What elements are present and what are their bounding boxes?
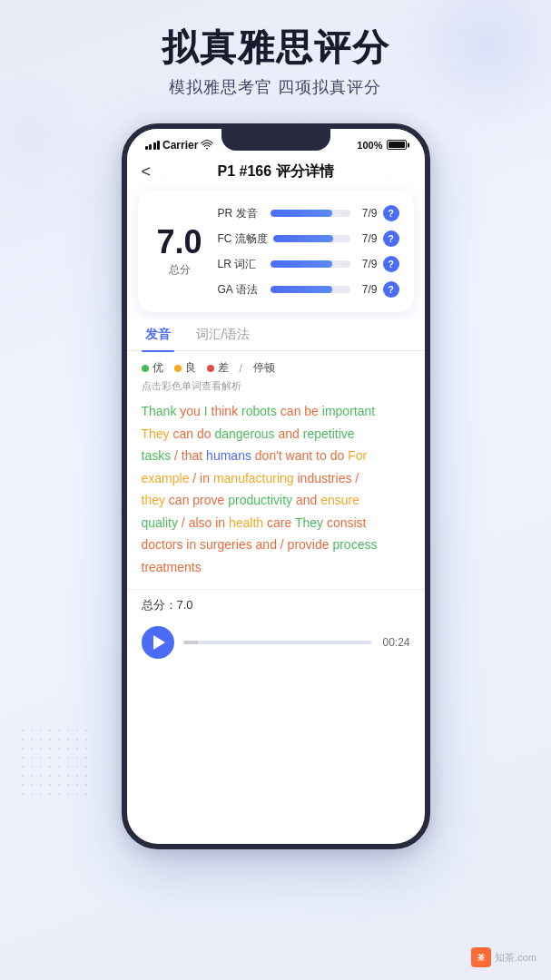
score-bar-lr (271, 260, 333, 268)
content-area: 优 良 差 / 停顿 点击彩色单词查看解析 Thank you I (127, 351, 425, 589)
word-manufacturing[interactable]: manufacturing (213, 471, 294, 485)
bottom-total-bar: 总分：7.0 (127, 589, 425, 619)
help-btn-pr[interactable]: ? (383, 205, 399, 221)
word-doctors[interactable]: doctors in surgeries (142, 537, 252, 552)
word-tasks[interactable]: tasks (142, 448, 172, 463)
status-right: 100% (357, 140, 406, 151)
hint-text: 点击彩色单词查看解析 (142, 379, 410, 393)
audio-progress (183, 641, 199, 644)
score-item-pr: PR 发音 7/9 ? (218, 205, 399, 221)
legend-separator: / (240, 362, 242, 375)
word-dangerous[interactable]: dangerous (214, 426, 274, 441)
score-item-ga: GA 语法 7/9 ? (218, 281, 399, 298)
main-title: 拟真雅思评分 (0, 25, 551, 69)
word-thank[interactable]: Thank (142, 404, 177, 418)
help-btn-ga[interactable]: ? (383, 281, 399, 298)
score-val-pr: 7/9 (356, 207, 378, 220)
score-label-ga: GA 语法 (218, 282, 265, 298)
word-treatments[interactable]: treatments (142, 560, 202, 574)
phone-mockup-wrap: Carrier 9:41 AM 100% < P1 #166 评分详情 (0, 123, 551, 849)
word-think[interactable]: think (212, 404, 241, 418)
score-bar-wrap-pr (271, 210, 350, 217)
audio-track[interactable] (183, 641, 372, 644)
word-humans[interactable]: humans (206, 448, 251, 463)
score-bar-wrap-fc (273, 235, 350, 242)
battery-icon (387, 140, 407, 150)
word-ensure[interactable]: ensure (320, 493, 359, 507)
nav-bar: < P1 #166 评分详情 (127, 155, 425, 187)
word-they2[interactable]: they (142, 493, 165, 507)
score-val-fc: 7/9 (356, 232, 378, 245)
word-and1[interactable]: and (279, 426, 303, 441)
score-item-fc: FC 流畅度 7/9 ? (218, 230, 399, 247)
sub-title: 模拟雅思考官 四项拟真评分 (0, 76, 551, 98)
back-button[interactable]: < (142, 162, 167, 181)
word-consist[interactable]: consist (327, 515, 367, 530)
word-you[interactable]: you (180, 404, 203, 418)
tab-vocabulary[interactable]: 词汇/语法 (192, 319, 254, 350)
word-they3[interactable]: They (295, 515, 323, 530)
word-provide[interactable]: provide (288, 537, 333, 552)
word-productivity[interactable]: productivity (228, 493, 292, 507)
score-label-fc: FC 流畅度 (218, 231, 268, 247)
word-can-do[interactable]: can do (173, 426, 215, 441)
signal-bar-4 (157, 141, 160, 150)
audio-player: 00:24 (127, 619, 425, 673)
phone-mockup: Carrier 9:41 AM 100% < P1 #166 评分详情 (122, 123, 430, 849)
total-score-label: 总分 (169, 262, 191, 278)
score-card: 7.0 总分 PR 发音 7/9 ? FC 流畅度 (138, 191, 414, 312)
word-robots[interactable]: robots (241, 404, 277, 418)
word-dont[interactable]: don't want to do (255, 448, 348, 463)
word-care[interactable]: care (267, 515, 295, 530)
word-process[interactable]: process (332, 537, 377, 552)
word-can-be[interactable]: can be (280, 404, 322, 418)
word-slash3: / (355, 471, 359, 485)
word-repetitive[interactable]: repetitive (303, 426, 355, 441)
score-items-list: PR 发音 7/9 ? FC 流畅度 7/9 ? (218, 205, 399, 298)
audio-time: 00:24 (381, 636, 410, 649)
play-button[interactable] (142, 626, 174, 659)
bottom-total-label: 总分：7.0 (142, 598, 193, 612)
signal-bar-1 (145, 146, 148, 150)
word-in[interactable]: in (200, 471, 213, 485)
score-label-lr: LR 词汇 (218, 257, 265, 272)
colored-paragraph[interactable]: Thank you I think robots can be importan… (142, 400, 410, 578)
signal-bar-3 (153, 142, 156, 150)
tab-pronunciation[interactable]: 发音 (142, 319, 174, 350)
signal-bars (145, 141, 161, 150)
word-quality[interactable]: quality (142, 515, 178, 530)
word-i[interactable]: I (204, 404, 208, 418)
watermark: 茶 知茶.com (471, 947, 536, 967)
word-also[interactable]: also in (189, 515, 229, 530)
tab-bar: 发音 词汇/语法 (127, 319, 425, 351)
legend-label-poor: 差 (218, 360, 229, 376)
word-they1[interactable]: They (142, 426, 170, 441)
legend-label-pause: 停顿 (253, 360, 275, 376)
word-can-prove[interactable]: can prove (169, 493, 228, 507)
svg-point-0 (206, 147, 208, 149)
word-example[interactable]: example (142, 471, 190, 485)
word-that[interactable]: that (182, 448, 206, 463)
word-industries[interactable]: industries (298, 471, 352, 485)
score-val-lr: 7/9 (356, 258, 378, 270)
legend-excellent: 优 (142, 360, 163, 376)
word-important[interactable]: important (322, 404, 375, 418)
carrier-label: Carrier (162, 139, 198, 152)
word-and3[interactable]: and (256, 537, 280, 552)
score-bar-wrap-lr (271, 260, 350, 268)
legend-bar: 优 良 差 / 停顿 (142, 360, 410, 376)
battery-percent: 100% (357, 140, 382, 151)
legend-good: 良 (174, 360, 196, 376)
help-btn-fc[interactable]: ? (383, 230, 399, 247)
play-icon (153, 635, 165, 650)
page-title: P1 #166 评分详情 (167, 162, 385, 181)
signal-bar-2 (149, 144, 152, 150)
word-health[interactable]: health (229, 515, 263, 530)
word-for[interactable]: For (348, 448, 367, 463)
legend-label-good: 良 (185, 360, 196, 376)
help-btn-lr[interactable]: ? (383, 256, 399, 272)
header-section: 拟真雅思评分 模拟雅思考官 四项拟真评分 (0, 0, 551, 107)
phone-notch (221, 129, 330, 151)
word-slash5: / (280, 537, 288, 552)
word-and2[interactable]: and (296, 493, 320, 507)
